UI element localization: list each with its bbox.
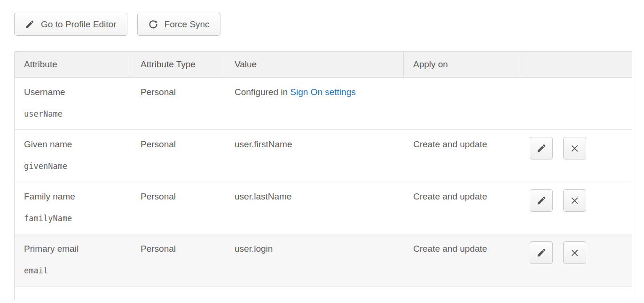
header-actions: [521, 52, 632, 77]
pencil-icon: [536, 195, 547, 206]
apply-on-cell: Create and update: [404, 234, 521, 286]
value-cell: user.login: [225, 234, 404, 286]
value-text: user.lastName: [235, 191, 291, 201]
attribute-cell: Primary email email: [15, 234, 131, 286]
table-row: Family name familyName Personal user.las…: [15, 182, 632, 234]
go-to-profile-editor-label: Go to Profile Editor: [41, 19, 117, 30]
table-header-row: Attribute Attribute Type Value Apply on: [15, 52, 632, 78]
attribute-type-text: Personal: [141, 87, 176, 97]
delete-attribute-button[interactable]: [563, 189, 586, 212]
apply-on-text: Create and update: [413, 191, 487, 201]
attribute-mappings-table: Attribute Attribute Type Value Apply on …: [14, 51, 632, 300]
close-icon: [570, 196, 580, 206]
attribute-type-cell: Personal: [131, 78, 225, 129]
edit-attribute-button[interactable]: [530, 137, 553, 159]
header-attribute: Attribute: [15, 52, 131, 77]
go-to-profile-editor-button[interactable]: Go to Profile Editor: [14, 13, 127, 36]
attribute-label: Username: [24, 87, 122, 98]
empty-row: [15, 287, 632, 300]
apply-on-cell: Create and update: [404, 130, 521, 182]
value-cell: user.firstName: [225, 130, 404, 182]
attribute-label: Primary email: [24, 243, 122, 255]
attribute-variable-name: userName: [24, 109, 122, 119]
header-attribute-type: Attribute Type: [131, 52, 225, 77]
value-text: user.login: [235, 244, 273, 254]
attribute-label: Family name: [24, 191, 122, 202]
apply-on-text: Create and update: [413, 244, 487, 254]
apply-on-cell: [404, 78, 521, 129]
header-apply-on: Apply on: [404, 52, 521, 77]
apply-on-cell: Create and update: [404, 182, 521, 234]
attribute-variable-name: givenName: [24, 161, 122, 171]
attribute-variable-name: email: [24, 266, 122, 276]
attribute-cell: Username userName: [15, 78, 131, 129]
value-text: user.firstName: [235, 139, 292, 149]
table-row: Primary email email Personal user.login …: [15, 234, 632, 287]
attribute-variable-name: familyName: [24, 214, 122, 223]
actions-cell: [521, 234, 632, 286]
actions-cell: [521, 130, 632, 182]
table-row: Given name givenName Personal user.first…: [15, 130, 632, 182]
table-body: Username userName Personal Configured in…: [15, 78, 632, 287]
attribute-cell: Family name familyName: [15, 182, 131, 234]
force-sync-button[interactable]: Force Sync: [137, 13, 220, 36]
value-prefix-text: Configured in: [235, 87, 290, 97]
delete-attribute-button[interactable]: [563, 137, 586, 159]
actions-cell: [521, 182, 632, 234]
toolbar: Go to Profile Editor Force Sync: [0, 0, 644, 36]
delete-attribute-button[interactable]: [563, 241, 586, 264]
attribute-cell: Given name givenName: [15, 130, 131, 182]
close-icon: [570, 144, 580, 153]
edit-attribute-button[interactable]: [530, 241, 553, 264]
table-row: Username userName Personal Configured in…: [15, 78, 632, 130]
attribute-type-cell: Personal: [131, 130, 225, 182]
close-icon: [570, 248, 580, 258]
apply-on-text: Create and update: [413, 139, 487, 149]
attribute-type-text: Personal: [141, 191, 176, 201]
force-sync-label: Force Sync: [165, 19, 210, 30]
refresh-icon: [148, 19, 158, 30]
attribute-type-cell: Personal: [131, 234, 225, 286]
attribute-type-cell: Personal: [131, 182, 225, 234]
attribute-type-text: Personal: [141, 139, 176, 149]
sign-on-settings-link[interactable]: Sign On settings: [290, 87, 355, 97]
value-cell: user.lastName: [225, 182, 404, 234]
header-value: Value: [225, 52, 404, 77]
value-cell: Configured in Sign On settings: [225, 78, 404, 129]
pencil-icon: [25, 19, 35, 29]
attribute-label: Given name: [24, 139, 122, 150]
pencil-icon: [536, 143, 547, 153]
page: Go to Profile Editor Force Sync Attribut…: [0, 0, 644, 303]
edit-attribute-button[interactable]: [530, 189, 553, 212]
pencil-icon: [536, 247, 547, 258]
attribute-type-text: Personal: [141, 244, 176, 254]
